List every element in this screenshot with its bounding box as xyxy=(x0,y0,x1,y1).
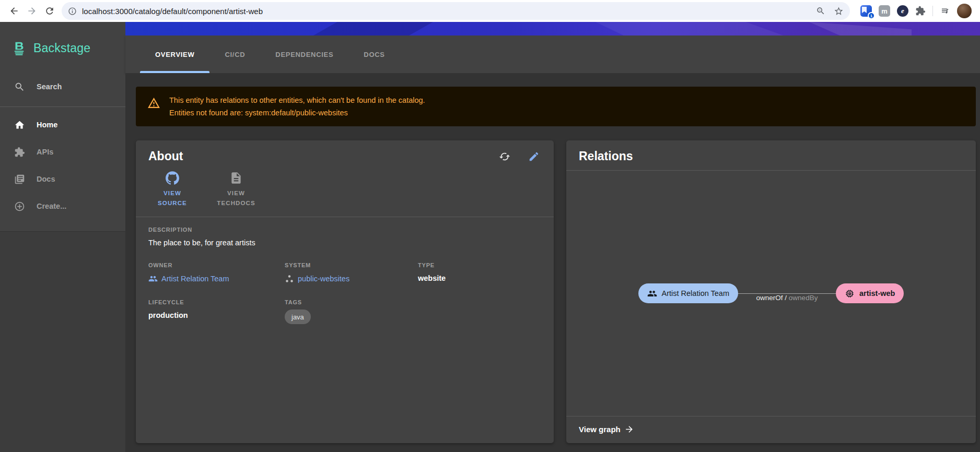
sidebar-item-apis[interactable]: APIs xyxy=(0,138,125,165)
relation-node-artist-web[interactable]: artist-web xyxy=(836,283,904,303)
reload-button[interactable] xyxy=(41,2,59,20)
lifecycle-value: production xyxy=(148,311,285,319)
edge-from-label: ownerOf xyxy=(756,294,783,302)
tab-label: CI/CD xyxy=(225,51,245,58)
owner-link[interactable]: Artist Relation Team xyxy=(148,274,285,283)
extensions-area: 1 m e xyxy=(855,4,975,18)
backstage-logo[interactable]: Backstage xyxy=(0,37,125,60)
sidebar-item-home[interactable]: Home xyxy=(0,111,125,138)
arrow-forward-icon xyxy=(624,424,634,434)
type-field: Type website xyxy=(418,262,541,283)
browser-toolbar: localhost:3000/catalog/default/component… xyxy=(0,0,980,22)
sidebar-item-label: APIs xyxy=(37,148,53,156)
relation-node-label: Artist Relation Team xyxy=(662,289,729,298)
extensions-puzzle-icon[interactable] xyxy=(915,6,926,16)
gradient-shard xyxy=(313,22,433,35)
relation-node-label: artist-web xyxy=(859,289,895,298)
edit-pencil-icon xyxy=(528,151,540,162)
system-field: System public-websites xyxy=(285,262,418,283)
relations-title: Relations xyxy=(579,149,633,163)
header-gradient-band xyxy=(125,22,980,35)
about-card: About VIEW SOUR xyxy=(136,140,554,443)
group-icon xyxy=(647,289,657,299)
view-techdocs-button[interactable]: VIEW TECHDOCS xyxy=(212,171,260,208)
tab-overview[interactable]: OVERVIEW xyxy=(140,35,209,73)
tab-label: OVERVIEW xyxy=(155,51,194,58)
system-icon xyxy=(285,274,294,283)
system-link[interactable]: public-websites xyxy=(285,274,418,283)
github-icon xyxy=(166,171,179,185)
zoom-icon[interactable] xyxy=(816,6,825,16)
sidebar-search-label: Search xyxy=(37,82,62,91)
sidebar-item-label: Home xyxy=(37,121,57,129)
techdocs-icon xyxy=(229,171,243,185)
entity-tabs: OVERVIEW CI/CD DEPENDENCIES DOCS xyxy=(125,35,980,73)
back-button[interactable] xyxy=(5,2,23,20)
relation-edge-label: ownerOf / ownedBy xyxy=(756,294,818,302)
relation-node-artist-relation-team[interactable]: Artist Relation Team xyxy=(638,283,738,303)
component-chip-icon xyxy=(845,289,855,299)
edge-to-label: ownedBy xyxy=(789,294,818,302)
warning-line-1: This entity has relations to other entit… xyxy=(169,94,425,106)
view-graph-link[interactable]: View graph xyxy=(579,424,634,434)
gradient-shard xyxy=(596,22,784,35)
tab-dependencies[interactable]: DEPENDENCIES xyxy=(260,35,348,73)
backstage-logo-text: Backstage xyxy=(33,41,90,55)
warning-line-2: Entities not found are: system:default/p… xyxy=(169,106,425,119)
extension-badge: 1 xyxy=(868,12,875,19)
view-source-label: VIEW SOURCE xyxy=(148,188,196,208)
extension-e-icon[interactable]: e xyxy=(897,5,908,17)
owner-label: Owner xyxy=(148,262,285,268)
tab-label: DEPENDENCIES xyxy=(275,51,333,58)
warning-text: This entity has relations to other entit… xyxy=(169,94,425,119)
reading-list-icon[interactable] xyxy=(940,6,950,16)
refresh-button[interactable] xyxy=(498,150,511,163)
backstage-app: Backstage Search Home APIs Docs Create..… xyxy=(0,22,980,452)
relations-graph: Artist Relation Team ownerOf / ownedBy a… xyxy=(566,171,976,416)
refresh-icon xyxy=(499,151,510,162)
tab-label: DOCS xyxy=(364,51,384,58)
sidebar-lower-area xyxy=(0,231,125,452)
relation-edge: ownerOf / ownedBy xyxy=(738,282,836,305)
bookmark-star-icon[interactable] xyxy=(834,6,844,16)
sidebar-item-create[interactable]: Create... xyxy=(0,193,125,220)
view-source-button[interactable]: VIEW SOURCE xyxy=(148,171,196,208)
tag-chip[interactable]: java xyxy=(285,310,311,324)
url-text[interactable]: localhost:3000/catalog/default/component… xyxy=(82,7,810,16)
page-info-icon[interactable] xyxy=(68,7,77,16)
warning-banner: This entity has relations to other entit… xyxy=(136,87,976,126)
owner-field: Owner Artist Relation Team xyxy=(148,262,285,283)
extension-blue-icon[interactable]: 1 xyxy=(860,5,872,17)
type-label: Type xyxy=(418,262,541,268)
puzzle-icon xyxy=(14,147,25,158)
view-techdocs-label: VIEW TECHDOCS xyxy=(212,188,260,208)
reload-icon xyxy=(44,6,55,16)
owner-link-label: Artist Relation Team xyxy=(161,275,229,283)
tab-cicd[interactable]: CI/CD xyxy=(209,35,260,73)
search-icon xyxy=(14,81,25,92)
tags-field: Tags java xyxy=(285,299,418,324)
edge-separator: / xyxy=(783,294,789,302)
add-circle-icon xyxy=(14,201,25,212)
sidebar-divider xyxy=(0,106,125,107)
address-bar[interactable]: localhost:3000/catalog/default/component… xyxy=(62,2,850,20)
edit-button[interactable] xyxy=(528,150,540,163)
home-icon xyxy=(14,120,25,130)
gradient-shard xyxy=(809,22,912,35)
warning-icon xyxy=(147,97,160,110)
toolbar-separator xyxy=(932,6,933,16)
sidebar-item-search[interactable]: Search xyxy=(0,73,125,100)
sidebar-item-docs[interactable]: Docs xyxy=(0,165,125,193)
extension-m-icon[interactable]: m xyxy=(879,5,890,17)
library-books-icon xyxy=(14,174,25,185)
system-label: System xyxy=(285,262,418,268)
forward-button[interactable] xyxy=(23,2,41,20)
system-link-label: public-websites xyxy=(298,275,349,283)
description-value: The place to be, for great artists xyxy=(148,239,541,247)
profile-avatar[interactable] xyxy=(957,4,972,18)
sidebar-item-label: Create... xyxy=(37,202,66,210)
main-area: OVERVIEW CI/CD DEPENDENCIES DOCS This en… xyxy=(125,22,980,452)
view-graph-label: View graph xyxy=(579,425,621,434)
tab-docs[interactable]: DOCS xyxy=(348,35,400,73)
group-icon xyxy=(148,274,158,283)
